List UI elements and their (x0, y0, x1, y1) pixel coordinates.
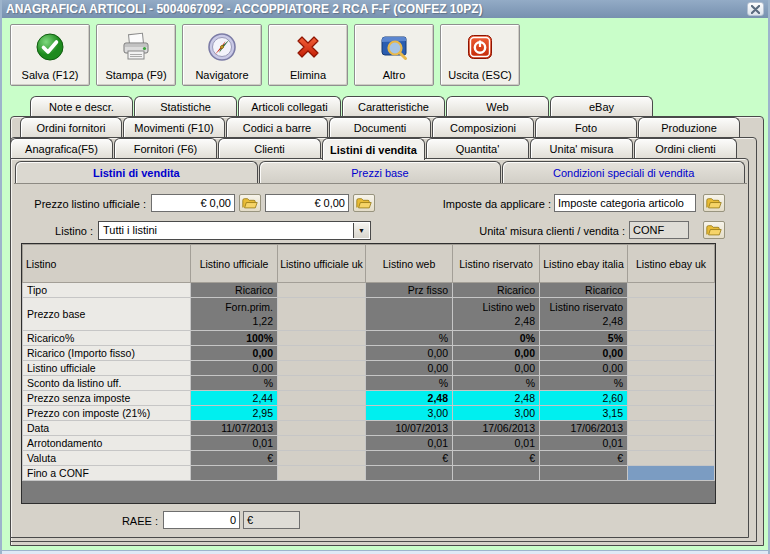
grid-cell[interactable]: 5% (540, 331, 628, 346)
elimina-button[interactable]: Elimina (268, 24, 348, 86)
grid-cell[interactable]: % (453, 376, 540, 391)
grid-cell[interactable]: 0% (453, 331, 540, 346)
grid-cell[interactable] (278, 451, 366, 466)
grid-cell[interactable] (540, 466, 628, 481)
uscita-button[interactable]: Uscita (ESC) (440, 24, 520, 86)
grid-cell[interactable]: % (191, 376, 278, 391)
grid-cell[interactable] (628, 346, 715, 361)
grid-cell[interactable]: € (366, 451, 453, 466)
grid-cell[interactable]: 3,15 (540, 406, 628, 421)
grid-cell[interactable]: 10/07/2013 (366, 421, 453, 436)
navigatore-button[interactable]: Navigatore (182, 24, 262, 86)
grid-cell[interactable]: % (366, 376, 453, 391)
grid-cell[interactable]: 0,01 (366, 436, 453, 451)
prezzo-lookup-button-1[interactable] (239, 194, 261, 212)
grid-cell[interactable]: 100% (191, 331, 278, 346)
imposte-lookup-button[interactable] (703, 194, 725, 212)
grid-cell[interactable]: 2,60 (540, 391, 628, 406)
column-header-listino-ebay-italia[interactable]: Listino ebay italia (540, 245, 628, 283)
grid-cell[interactable] (628, 451, 715, 466)
tab-codici-a-barre[interactable]: Codici a barre (226, 117, 328, 138)
tab-statistiche[interactable]: Statistiche (134, 96, 237, 117)
grid-cell[interactable] (366, 298, 453, 331)
grid-cell[interactable]: Listino riservato 2,48 (540, 298, 628, 331)
tab-listini-di-vendita[interactable]: Listini di vendita (322, 138, 425, 160)
grid-cell[interactable] (278, 331, 366, 346)
altro-button[interactable]: Altro (354, 24, 434, 86)
column-header-listino-ufficiale-uk[interactable]: Listino ufficiale uk (278, 245, 366, 283)
subtab-listini-di-vendita[interactable]: Listini di vendita (15, 161, 258, 183)
grid-cell[interactable] (278, 421, 366, 436)
grid-cell[interactable]: 2,48 (366, 391, 453, 406)
grid-cell[interactable]: 0,00 (366, 361, 453, 376)
grid-cell[interactable] (628, 331, 715, 346)
grid-cell[interactable] (278, 298, 366, 331)
grid-cell[interactable] (366, 466, 453, 481)
grid-cell[interactable]: € (191, 451, 278, 466)
raee-input[interactable]: 0 (163, 511, 240, 529)
tab-foto[interactable]: Foto (535, 117, 637, 138)
grid-cell[interactable] (628, 391, 715, 406)
grid-cell[interactable]: € (453, 451, 540, 466)
grid-cell[interactable]: Ricarico (540, 283, 628, 298)
grid-cell[interactable]: Forn.prim. 1,22 (191, 298, 278, 331)
grid-cell[interactable] (191, 466, 278, 481)
tab-fornitori-f6[interactable]: Fornitori (F6) (114, 138, 217, 159)
grid-cell[interactable] (628, 421, 715, 436)
column-header-listino-ufficiale[interactable]: Listino ufficiale (191, 245, 278, 283)
grid-cell[interactable]: 0,00 (191, 346, 278, 361)
grid-cell[interactable] (628, 361, 715, 376)
column-header-listino-riservato[interactable]: Listino riservato (453, 245, 540, 283)
prezzo-listino-input-1[interactable]: € 0,00 (151, 194, 235, 212)
unita-misura-lookup-button[interactable] (703, 221, 725, 239)
grid-cell[interactable]: 3,00 (366, 406, 453, 421)
unita-misura-input[interactable]: CONF (629, 221, 689, 239)
chevron-down-icon[interactable]: ▼ (353, 223, 369, 238)
grid-cell[interactable]: 0,01 (540, 436, 628, 451)
grid-cell[interactable] (628, 283, 715, 298)
stampa-button[interactable]: Stampa (F9) (96, 24, 176, 86)
grid-cell[interactable] (628, 436, 715, 451)
tab-ordini-fornitori[interactable]: Ordini fornitori (20, 117, 122, 138)
grid-cell[interactable]: 0,00 (453, 346, 540, 361)
imposte-input[interactable]: Imposte categoria articolo (554, 194, 696, 212)
grid-cell[interactable]: 3,00 (453, 406, 540, 421)
grid-cell[interactable] (278, 406, 366, 421)
tab-produzione[interactable]: Produzione (638, 117, 740, 138)
grid-cell[interactable]: 17/06/2013 (453, 421, 540, 436)
grid-cell[interactable] (453, 466, 540, 481)
prezzo-lookup-button-2[interactable] (353, 194, 375, 212)
grid-cell[interactable]: € (540, 451, 628, 466)
column-header-listino-ebay-uk[interactable]: Listino ebay uk (628, 245, 715, 283)
tab-unita-misura[interactable]: Unita' misura (530, 138, 633, 159)
subtab-condizioni-speciali-di-vendita[interactable]: Condizioni speciali di vendita (502, 161, 745, 183)
tab-documenti[interactable]: Documenti (329, 117, 431, 138)
grid-cell[interactable] (278, 391, 366, 406)
grid-cell[interactable] (278, 283, 366, 298)
grid-cell[interactable] (628, 466, 715, 481)
grid-cell[interactable]: 2,95 (191, 406, 278, 421)
tab-movimenti-f10[interactable]: Movimenti (F10) (123, 117, 225, 138)
grid-cell[interactable]: 0,01 (191, 436, 278, 451)
grid-cell[interactable] (278, 436, 366, 451)
grid-cell[interactable]: Prz fisso (366, 283, 453, 298)
grid-cell[interactable]: 11/07/2013 (191, 421, 278, 436)
grid-cell[interactable]: 0,00 (366, 346, 453, 361)
column-header-listino-web[interactable]: Listino web (366, 245, 453, 283)
grid-cell[interactable]: 2,48 (453, 391, 540, 406)
grid-cell[interactable]: Listino web 2,48 (453, 298, 540, 331)
tab-quantita[interactable]: Quantita' (426, 138, 529, 159)
subtab-prezzi-base[interactable]: Prezzi base (259, 161, 502, 183)
tab-web[interactable]: Web (446, 96, 549, 117)
tab-ordini-clienti[interactable]: Ordini clienti (634, 138, 737, 159)
tab-caratteristiche[interactable]: Caratteristiche (342, 96, 445, 117)
close-button[interactable] (747, 2, 764, 16)
grid-cell[interactable]: 0,00 (453, 361, 540, 376)
grid-cell[interactable] (628, 406, 715, 421)
grid-cell[interactable]: 17/06/2013 (540, 421, 628, 436)
grid-cell[interactable]: 0,00 (540, 346, 628, 361)
grid-cell[interactable]: Ricarico (453, 283, 540, 298)
grid-cell[interactable]: % (540, 376, 628, 391)
grid-cell[interactable] (278, 361, 366, 376)
column-header-listino[interactable]: Listino (23, 245, 191, 283)
